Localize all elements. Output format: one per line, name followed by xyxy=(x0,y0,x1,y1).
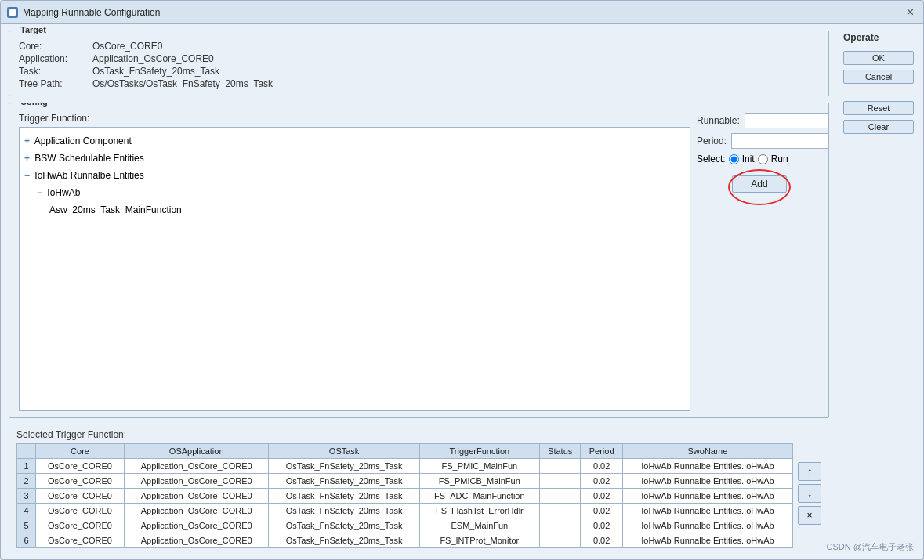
add-btn-wrapper: Add xyxy=(697,175,822,193)
tree-item-bsw-label: BSW Schedulable Entities xyxy=(34,153,143,164)
cell-swo: IoHwAb Runnalbe Entities.IoHwAb xyxy=(622,504,792,518)
cell-status xyxy=(539,459,581,474)
cell-period: 0.02 xyxy=(581,489,622,504)
tree-item-asw[interactable]: Asw_20ms_Task_MainFunction xyxy=(24,201,685,219)
table-row[interactable]: 1 OsCore_CORE0 Application_OsCore_CORE0 … xyxy=(17,459,793,474)
cell-num: 3 xyxy=(17,489,36,504)
cell-core: OsCore_CORE0 xyxy=(36,518,125,533)
tree-item-iohwab-entities[interactable]: − IoHwAb Runnalbe Entities xyxy=(24,167,685,184)
cell-app: Application_OsCore_CORE0 xyxy=(125,533,269,548)
runnable-panel: Runnable: Period: Select: Init Run xyxy=(697,113,822,411)
table-row[interactable]: 4 OsCore_CORE0 Application_OsCore_CORE0 … xyxy=(17,504,793,518)
expand-icon-iohwab: − xyxy=(37,187,42,198)
tree-item-asw-label: Asw_20ms_Task_MainFunction xyxy=(49,204,182,215)
col-osapp: OSApplication xyxy=(125,444,269,459)
target-grid: Core: OsCore_CORE0 Application: Applicat… xyxy=(19,41,819,89)
selected-label: Selected Trigger Function: xyxy=(16,429,821,440)
tree-item-bsw[interactable]: + BSW Schedulable Entities xyxy=(24,150,685,167)
clear-button[interactable]: Clear xyxy=(843,120,914,134)
cell-app: Application_OsCore_CORE0 xyxy=(125,518,269,533)
period-input[interactable] xyxy=(731,133,829,149)
cell-swo: IoHwAb Runnalbe Entities.IoHwAb xyxy=(622,459,792,474)
close-button[interactable]: ✕ xyxy=(903,5,917,20)
runnable-input[interactable] xyxy=(745,113,829,128)
cell-core: OsCore_CORE0 xyxy=(36,489,125,504)
cell-num: 1 xyxy=(17,459,36,474)
cell-core: OsCore_CORE0 xyxy=(36,474,125,489)
cell-task: OsTask_FnSafety_20ms_Task xyxy=(269,533,419,548)
cell-swo: IoHwAb Runnalbe Entities.IoHwAb xyxy=(622,489,792,504)
table-body: 1 OsCore_CORE0 Application_OsCore_CORE0 … xyxy=(17,459,793,548)
main-content: Target Core: OsCore_CORE0 Application: A… xyxy=(1,24,923,559)
target-treepath-val: Os/OsTasks/OsTask_FnSafety_20ms_Task xyxy=(92,78,819,89)
trigger-fn-panel: Trigger Function: + Application Componen… xyxy=(19,113,690,411)
cell-num: 5 xyxy=(17,518,36,533)
radio-init-label: Init xyxy=(742,154,755,164)
cell-app: Application_OsCore_CORE0 xyxy=(125,459,269,474)
cell-num: 4 xyxy=(17,504,36,518)
ok-button[interactable]: OK xyxy=(843,51,914,65)
radio-run[interactable] xyxy=(758,154,768,164)
cell-num: 6 xyxy=(17,533,36,548)
table-wrapper: Core OSApplication OSTask TriggerFunctio… xyxy=(16,443,821,548)
cell-core: OsCore_CORE0 xyxy=(36,459,125,474)
move-up-button[interactable]: ↑ xyxy=(798,462,821,481)
tree-box[interactable]: + Application Component + BSW Schedulabl… xyxy=(19,127,690,411)
col-period: Period xyxy=(581,444,622,459)
trigger-fn-label: Trigger Function: xyxy=(19,113,690,124)
target-core-key: Core: xyxy=(19,41,89,52)
reset-button[interactable]: Reset xyxy=(843,101,914,115)
cell-task: OsTask_FnSafety_20ms_Task xyxy=(269,489,419,504)
config-section-label: Config xyxy=(17,103,51,107)
cancel-button[interactable]: Cancel xyxy=(843,70,914,84)
cell-period: 0.02 xyxy=(581,518,622,533)
cell-status xyxy=(539,474,581,489)
cell-trigger: FS_PMICB_MainFun xyxy=(419,474,539,489)
col-trigger: TriggerFunction xyxy=(419,444,539,459)
cell-num: 2 xyxy=(17,474,36,489)
table-row[interactable]: 3 OsCore_CORE0 Application_OsCore_CORE0 … xyxy=(17,489,793,504)
svg-rect-0 xyxy=(9,9,16,16)
cell-period: 0.02 xyxy=(581,459,622,474)
target-treepath-key: Tree Path: xyxy=(19,78,89,89)
cell-trigger: FS_INTProt_Monitor xyxy=(419,533,539,548)
cell-trigger: FS_ADC_MainFunction xyxy=(419,489,539,504)
window-title: Mapping Runnable Configuration xyxy=(23,7,160,18)
cell-core: OsCore_CORE0 xyxy=(36,504,125,518)
add-button[interactable]: Add xyxy=(732,175,787,193)
move-down-button[interactable]: ↓ xyxy=(798,484,821,503)
col-core: Core xyxy=(36,444,125,459)
delete-button[interactable]: × xyxy=(798,506,821,525)
target-section: Target Core: OsCore_CORE0 Application: A… xyxy=(9,31,829,96)
cell-trigger: ESM_MainFun xyxy=(419,518,539,533)
radio-run-label: Run xyxy=(771,154,788,164)
col-swoname: SwoName xyxy=(622,444,792,459)
tree-item-iohwab[interactable]: − IoHwAb xyxy=(24,184,685,201)
runnable-label: Runnable: xyxy=(697,115,740,126)
cell-status xyxy=(539,504,581,518)
cell-swo: IoHwAb Runnalbe Entities.IoHwAb xyxy=(622,518,792,533)
cell-app: Application_OsCore_CORE0 xyxy=(125,504,269,518)
expand-icon-iohwab-entities: − xyxy=(24,170,30,181)
period-label: Period: xyxy=(697,135,727,146)
table-row[interactable]: 6 OsCore_CORE0 Application_OsCore_CORE0 … xyxy=(17,533,793,548)
runnable-row: Runnable: xyxy=(697,113,822,128)
cell-task: OsTask_FnSafety_20ms_Task xyxy=(269,518,419,533)
tree-item-app-component[interactable]: + Application Component xyxy=(24,132,685,150)
cell-swo: IoHwAb Runnalbe Entities.IoHwAb xyxy=(622,533,792,548)
target-task-val: OsTask_FnSafety_20ms_Task xyxy=(92,66,819,77)
app-icon xyxy=(7,7,18,18)
table-row[interactable]: 5 OsCore_CORE0 Application_OsCore_CORE0 … xyxy=(17,518,793,533)
titlebar-left: Mapping Runnable Configuration xyxy=(7,7,160,18)
table-row[interactable]: 2 OsCore_CORE0 Application_OsCore_CORE0 … xyxy=(17,474,793,489)
target-section-label: Target xyxy=(17,25,49,34)
target-task-key: Task: xyxy=(19,66,89,77)
select-label: Select: xyxy=(697,154,726,164)
expand-icon-bsw: + xyxy=(24,153,30,164)
radio-init[interactable] xyxy=(729,154,739,164)
operate-label: Operate xyxy=(843,32,917,43)
tree-item-iohwab-entities-label: IoHwAb Runnalbe Entities xyxy=(34,170,143,181)
target-app-key: Application: xyxy=(19,53,89,64)
config-section: Config Trigger Function: + Application C… xyxy=(9,103,829,418)
trigger-table: Core OSApplication OSTask TriggerFunctio… xyxy=(16,443,793,548)
